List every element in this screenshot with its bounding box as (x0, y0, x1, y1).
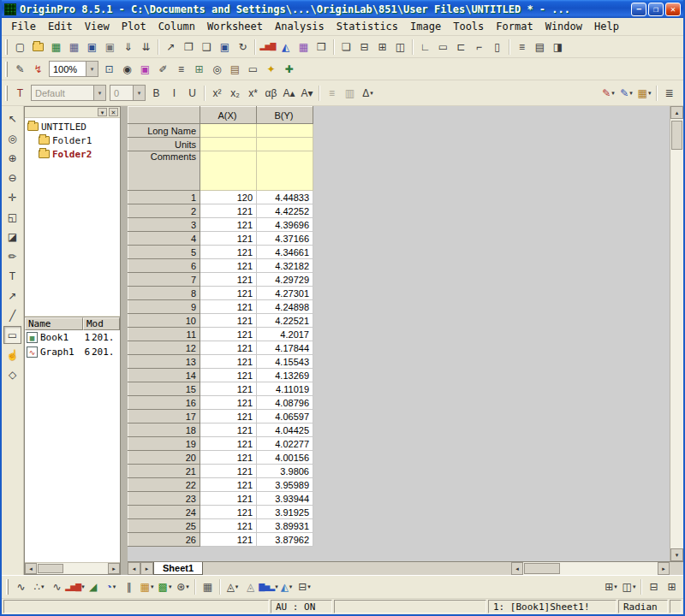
statistics-plot-dropdown-arrow[interactable]: ▾ (307, 583, 311, 590)
palette-button[interactable]: ▦▾ (635, 84, 653, 102)
menu-window[interactable]: Window (539, 19, 588, 34)
cell-a[interactable]: 121 (200, 533, 257, 547)
subscript-button[interactable]: x₂ (226, 84, 244, 102)
row-header[interactable]: 4 (128, 232, 200, 246)
superscript-button[interactable]: x² (208, 84, 226, 102)
zoom-dropdown-arrow[interactable]: ▾ (86, 62, 98, 76)
duplicate-window-button[interactable]: ❑ (198, 38, 216, 56)
cell-a[interactable]: 121 (200, 451, 257, 465)
menu-help[interactable]: Help (588, 19, 625, 34)
menu-format[interactable]: Format (490, 19, 539, 34)
statistics-plot-button[interactable]: ⊟▾ (295, 578, 313, 596)
menu-tools[interactable]: Tools (447, 19, 490, 34)
scroll-thumb[interactable] (671, 121, 682, 150)
open-matrix-button[interactable]: ▦ (65, 38, 83, 56)
zoom-in-tool-button[interactable]: ⊕ (3, 149, 21, 167)
bold-button[interactable]: B (147, 84, 165, 102)
cell-b[interactable]: 4.37166 (257, 232, 313, 246)
font-combobox[interactable]: Default ▾ (31, 85, 106, 101)
polygon-tool-button[interactable]: ◇ (3, 365, 21, 383)
mask-tool-button[interactable]: ◪ (3, 228, 21, 246)
zoom-out-tool-button[interactable]: ⊖ (3, 169, 21, 187)
label-cell-a[interactable] (200, 124, 257, 138)
annotation-button[interactable]: Δ▾ (359, 84, 377, 102)
row-label-cell[interactable]: Long Name (128, 124, 200, 138)
tree-item-untitled[interactable]: UNTITLED (25, 120, 120, 133)
cell-b[interactable]: 4.32182 (257, 259, 313, 273)
scatter-plot-dropdown-arrow[interactable]: ▾ (41, 583, 45, 590)
template-library-button[interactable]: ▦ (199, 578, 217, 596)
cell-b[interactable]: 4.39696 (257, 218, 313, 232)
row-header[interactable]: 18 (128, 424, 200, 437)
fill-color-dropdown-arrow[interactable]: ▾ (629, 90, 633, 97)
run-script-button[interactable]: ↯ (29, 60, 47, 78)
cell-a[interactable]: 121 (200, 204, 257, 218)
cell-a[interactable]: 121 (200, 478, 257, 492)
cell-b[interactable]: 4.42252 (257, 204, 313, 218)
axes-corner-button[interactable]: ⌐ (470, 38, 488, 56)
cell-a[interactable]: 121 (200, 259, 257, 273)
axes-l-shape-button[interactable]: ∟ (416, 38, 434, 56)
cell-a[interactable]: 121 (200, 218, 257, 232)
arrow-tool-button[interactable]: ↗ (3, 287, 21, 305)
panel-close-button[interactable]: ✕ (109, 108, 118, 116)
cell-a[interactable]: 121 (200, 465, 257, 478)
save-window-button[interactable]: ▣ (216, 38, 234, 56)
axes-open-box-button[interactable]: ⊏ (452, 38, 470, 56)
cell-a[interactable]: 121 (200, 328, 257, 341)
row-header[interactable]: 21 (128, 465, 200, 478)
view-windows-tree-button[interactable]: ⊞ (190, 60, 208, 78)
row-header[interactable]: 16 (128, 396, 200, 410)
row-header[interactable]: 22 (128, 478, 200, 492)
cell-b[interactable]: 4.08796 (257, 396, 313, 410)
zoom-combobox[interactable]: 100% ▾ (49, 61, 98, 77)
row-label-cell[interactable]: Units (128, 138, 200, 151)
cell-a[interactable]: 121 (200, 437, 257, 451)
new-layer-dropdown-arrow[interactable]: ▾ (614, 583, 617, 590)
3d-scatter-plot-dropdown-arrow[interactable]: ▾ (235, 583, 239, 590)
cell-a[interactable]: 121 (200, 382, 257, 396)
cell-b[interactable]: 4.44833 (257, 191, 313, 204)
cell-b[interactable]: 4.13269 (257, 369, 313, 382)
cell-b[interactable]: 3.9806 (257, 465, 313, 478)
project-explorer-hscrollbar[interactable]: ◂ ▸ (25, 562, 120, 574)
font-dropdown-arrow[interactable]: ▾ (93, 86, 105, 100)
subsuperscript-button[interactable]: x* (244, 84, 262, 102)
cell-a[interactable]: 121 (200, 369, 257, 382)
new-matrix-button[interactable]: ▦ (295, 38, 313, 56)
tree-item-folder2[interactable]: Folder2 (25, 147, 120, 161)
pan-tool-button[interactable]: ✛ (3, 188, 21, 206)
label-cell-a[interactable] (200, 138, 257, 151)
image-plot-dropdown-arrow[interactable]: ▾ (169, 583, 172, 590)
contour-plot-dropdown-arrow[interactable]: ▾ (151, 583, 154, 590)
menu-analysis[interactable]: Analysis (269, 19, 331, 34)
list-item-book1[interactable]: ▦Book11201. (25, 330, 120, 345)
row-label-cell[interactable]: Comments (128, 151, 200, 191)
3d-surface-plot-dropdown-arrow[interactable]: ▾ (289, 583, 293, 590)
find-in-project-button[interactable]: ◎ (208, 60, 226, 78)
open-project-button[interactable] (29, 38, 47, 56)
tab-scroll-right-button[interactable]: ▸ (140, 562, 153, 575)
cell-a[interactable]: 121 (200, 410, 257, 424)
column-header-a[interactable]: A(X) (200, 107, 257, 124)
cell-b[interactable]: 4.02277 (257, 437, 313, 451)
cell-b[interactable]: 3.93944 (257, 492, 313, 506)
cell-a[interactable]: 121 (200, 396, 257, 410)
fill-color-button[interactable]: ✎▾ (617, 84, 635, 102)
decrease-font-button[interactable]: A▾ (298, 84, 316, 102)
extract-to-layers-button[interactable]: ⊟ (645, 578, 663, 596)
column-plot-button[interactable]: ▂▅▇▾ (66, 578, 84, 596)
merge-graph-button[interactable]: ◫▾ (620, 578, 638, 596)
cell-b[interactable]: 4.04425 (257, 424, 313, 437)
column-header-name[interactable]: Name (25, 317, 83, 330)
scroll-right-button[interactable]: ▸ (108, 563, 120, 574)
row-header[interactable]: 8 (128, 287, 200, 300)
scroll-up-button[interactable]: ▴ (670, 106, 683, 119)
row-header[interactable]: 14 (128, 369, 200, 382)
scroll-down-button[interactable]: ▾ (670, 548, 683, 561)
menu-edit[interactable]: Edit (42, 19, 79, 34)
tile-horizontally-button[interactable]: ⊟ (355, 38, 373, 56)
cell-b[interactable]: 4.27301 (257, 287, 313, 300)
restore-button[interactable]: ❐ (648, 3, 664, 16)
row-header[interactable]: 13 (128, 355, 200, 369)
